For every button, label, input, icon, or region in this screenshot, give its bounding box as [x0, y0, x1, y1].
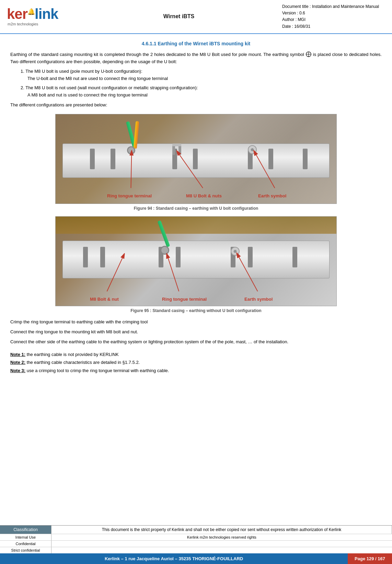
intro-paragraph: Earthing of the standard casing mounting…	[10, 51, 382, 66]
page-footer: Classification This document is the stri…	[0, 525, 392, 564]
list-item-1-main: 1. The M8 U bolt is used (pole mount by …	[21, 69, 142, 74]
figure-2-caption: Figure 95 : Standard casing – earthing w…	[10, 308, 382, 313]
list-item-1: 1. The M8 U bolt is used (pole mount by …	[21, 68, 382, 82]
note-3-text: use a crimping tool to crimp the ring to…	[27, 368, 169, 373]
fig1-earth-label: Earth symbol	[258, 193, 286, 198]
note-3-label: Note 3:	[10, 368, 25, 373]
note-2-label: Note 2:	[10, 360, 25, 365]
footer-row-internal: Internal Use Kerlink m2m technologies re…	[0, 534, 392, 540]
date-value: 16/08/31	[294, 24, 310, 29]
logo-area: ker🔔link m2m technologies	[7, 7, 76, 26]
footer-bottom: Kerlink – 1 rue Jacqueline Auriol – 3523…	[0, 553, 392, 564]
figure-1-caption: Figure 94 : Standard casing – earthing w…	[10, 206, 382, 211]
figure-2-box: ⊕ M8 Bolt & nut Rin	[55, 216, 337, 306]
instruction-line-3: Connect the other side of the earthing c…	[10, 338, 382, 346]
date-label: Date :	[282, 24, 293, 29]
fig1-bolt-label: M8 U Bolt & nuts	[186, 193, 222, 198]
footer-internal-text: Kerlink m2m technologies reserved rights	[51, 534, 392, 540]
footer-strict-label: Strict confidential	[0, 547, 51, 553]
logo-subtitle: m2m technologies	[8, 22, 76, 26]
page-header: ker🔔link m2m technologies Wirnet iBTS Do…	[0, 0, 392, 34]
section-title: 4.6.1.1 Earthing of the Wirnet iBTS moun…	[10, 41, 382, 46]
figure-2-container: ⊕ M8 Bolt & nut Rin	[10, 216, 382, 313]
note-1-text: the earthing cable is not provided by KE…	[27, 352, 119, 357]
fig2-ring-label: Ring tongue terminal	[162, 297, 207, 302]
fig2-bolt-label: M8 Bolt & nut	[90, 297, 119, 302]
figure-1-image: ⊕ Ring tongue terminal	[56, 114, 336, 204]
instructions-section: Crimp the ring tongue terminal to earthi…	[10, 319, 382, 345]
note-1-label: Note 1:	[10, 352, 25, 357]
main-content: 4.6.1.1 Earthing of the Wirnet iBTS moun…	[0, 37, 392, 381]
footer-page: Page 129 / 167	[348, 553, 392, 564]
instruction-line-2: Connect the ring tongue to the mounting …	[10, 329, 382, 336]
version-value: 0.6	[299, 11, 305, 15]
author-label: Author :	[282, 17, 297, 22]
footer-confidential-label: Confidential	[0, 541, 51, 547]
list-item-2-sub: A M8 bolt and nut is used to connect the…	[27, 92, 148, 97]
note-1: Note 1: the earthing cable is not provid…	[10, 350, 382, 358]
footer-internal-label: Internal Use	[0, 534, 51, 540]
footer-row-classification: Classification This document is the stri…	[0, 525, 392, 534]
footer-classification-label: Classification	[0, 526, 51, 534]
earth-symbol-icon	[305, 51, 312, 57]
fig1-ring-label: Ring tongue terminal	[107, 193, 152, 198]
fig2-earth-label: Earth symbol	[244, 297, 273, 302]
footer-classification-text: This document is the strict property of …	[51, 526, 392, 534]
doc-meta: Document title : Installation and Mainte…	[282, 3, 385, 30]
author-value: MGI	[298, 17, 305, 22]
footer-address: Kerlink – 1 rue Jacqueline Auriol – 3523…	[0, 553, 348, 564]
note-2-text: the earthing cable characteristics are d…	[27, 360, 140, 365]
config-list: 1. The M8 U bolt is used (pole mount by …	[21, 68, 382, 99]
list-item-1-sub: The U-bolt and the M8 nut are used to co…	[27, 76, 168, 81]
notes-section: Note 1: the earthing cable is not provid…	[10, 350, 382, 375]
instruction-line-1: Crimp the ring tongue terminal to earthi…	[10, 319, 382, 326]
figure-1-container: ⊕ Ring tongue terminal	[10, 114, 382, 211]
list-item-2: 2. The M8 U bolt is not used (wall mount…	[21, 84, 382, 99]
version-label: Version :	[282, 11, 298, 15]
logo: ker🔔link	[7, 7, 76, 21]
doc-title-label: Document title :	[282, 4, 311, 9]
footer-row-strict: Strict confidential	[0, 547, 392, 553]
product-name: Wirnet iBTS	[76, 13, 282, 20]
figure-2-image: ⊕ M8 Bolt & nut Rin	[56, 217, 336, 306]
footer-confidential-text	[51, 541, 392, 547]
figure-1-box: ⊕ Ring tongue terminal	[55, 114, 337, 204]
note-2: Note 2: the earthing cable characteristi…	[10, 358, 382, 366]
para-below: The different configurations are present…	[10, 102, 382, 109]
doc-title-value: Installation and Maintenance Manual	[312, 4, 379, 9]
footer-row-confidential: Confidential	[0, 540, 392, 547]
list-item-2-main: 2. The M8 U bolt is not used (wall mount…	[21, 85, 198, 90]
logo-link: link	[35, 6, 58, 22]
logo-ker: ker	[7, 6, 27, 22]
note-3: Note 3: use a crimping tool to crimp the…	[10, 367, 382, 375]
footer-strict-text	[51, 547, 392, 553]
